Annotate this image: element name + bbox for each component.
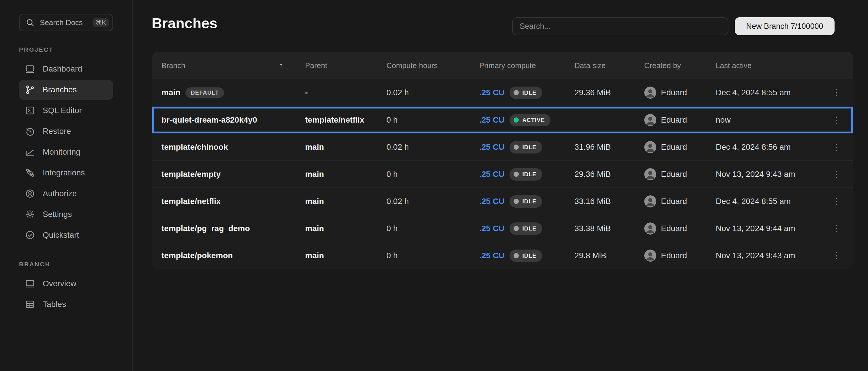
search-icon bbox=[25, 18, 35, 27]
sidebar-item-settings[interactable]: Settings bbox=[19, 204, 113, 224]
status-dot-icon bbox=[514, 145, 519, 150]
column-header-last-active[interactable]: Last active bbox=[716, 61, 819, 70]
branch-table-row[interactable]: main DEFAULT - 0.02 h .25 CU IDLE 29.36 … bbox=[152, 79, 853, 106]
compute-units: .25 CU bbox=[479, 251, 504, 260]
status-dot-icon bbox=[514, 226, 519, 231]
branch-table-row[interactable]: template/netflix main 0.02 h .25 CU IDLE… bbox=[152, 187, 853, 215]
status-label: IDLE bbox=[522, 225, 536, 232]
cell-created-by: Eduard bbox=[644, 168, 716, 180]
status-label: IDLE bbox=[522, 198, 536, 205]
avatar bbox=[644, 141, 656, 153]
column-header-compute-hours[interactable]: Compute hours bbox=[386, 61, 479, 70]
sidebar-item-sql-editor[interactable]: SQL Editor bbox=[19, 100, 113, 121]
git-branch-icon bbox=[25, 85, 35, 95]
row-menu-kebab-icon[interactable]: ⋮ bbox=[829, 140, 844, 155]
cell-parent: main bbox=[305, 143, 386, 152]
sidebar-item-quickstart[interactable]: Quickstart bbox=[19, 225, 113, 245]
compute-units: .25 CU bbox=[479, 115, 504, 125]
cell-actions: ⋮ bbox=[819, 140, 853, 155]
branch-name: template/netflix bbox=[161, 197, 221, 206]
sidebar-section-label: PROJECT bbox=[19, 46, 132, 53]
sidebar-item-label: Restore bbox=[43, 127, 71, 136]
table-icon bbox=[25, 299, 35, 310]
sidebar-item-integrations[interactable]: Integrations bbox=[19, 163, 113, 183]
sidebar: Search Docs ⌘K PROJECT Dashboard Branche… bbox=[0, 0, 133, 371]
branch-table-row[interactable]: template/empty main 0 h .25 CU IDLE 29.3… bbox=[152, 160, 853, 187]
cell-data-size: 29.36 MiB bbox=[575, 88, 644, 97]
compute-units: .25 CU bbox=[479, 169, 504, 179]
branch-table-row[interactable]: br-quiet-dream-a820k4y0 template/netflix… bbox=[152, 106, 853, 133]
branch-name: template/chinook bbox=[161, 143, 228, 152]
cell-compute-hours: 0.02 h bbox=[386, 88, 479, 97]
sidebar-item-restore[interactable]: Restore bbox=[19, 121, 113, 142]
row-menu-kebab-icon[interactable]: ⋮ bbox=[829, 167, 844, 182]
created-by-name: Eduard bbox=[661, 169, 687, 179]
user-circle-icon bbox=[25, 188, 35, 199]
page-title: Branches bbox=[152, 15, 217, 32]
sidebar-item-label: Integrations bbox=[43, 168, 85, 178]
branch-name: template/pg_rag_demo bbox=[161, 224, 250, 233]
avatar bbox=[644, 87, 656, 99]
cell-branch: template/pokemon bbox=[152, 251, 305, 260]
avatar bbox=[644, 168, 656, 180]
cell-parent: - bbox=[305, 88, 386, 97]
column-header-data-size[interactable]: Data size bbox=[575, 61, 644, 70]
status-dot-icon bbox=[514, 90, 519, 95]
sidebar-item-dashboard[interactable]: Dashboard bbox=[19, 59, 113, 79]
new-branch-button[interactable]: New Branch 7/100000 bbox=[735, 17, 835, 35]
sidebar-item-monitoring[interactable]: Monitoring bbox=[19, 142, 113, 162]
cell-last-active: Dec 4, 2024 8:55 am bbox=[716, 197, 819, 206]
row-menu-kebab-icon[interactable]: ⋮ bbox=[829, 85, 844, 100]
cell-actions: ⋮ bbox=[819, 167, 853, 182]
row-menu-kebab-icon[interactable]: ⋮ bbox=[829, 248, 844, 263]
cell-data-size: 29.36 MiB bbox=[575, 169, 644, 179]
compute-units: .25 CU bbox=[479, 88, 504, 97]
cell-primary-compute: .25 CU IDLE bbox=[479, 222, 575, 235]
row-menu-kebab-icon[interactable]: ⋮ bbox=[829, 221, 844, 236]
branch-table-row[interactable]: template/pg_rag_demo main 0 h .25 CU IDL… bbox=[152, 215, 853, 242]
sidebar-item-authorize[interactable]: Authorize bbox=[19, 184, 113, 204]
cell-parent: template/netflix bbox=[305, 115, 386, 125]
cell-primary-compute: .25 CU IDLE bbox=[479, 168, 575, 181]
created-by-name: Eduard bbox=[661, 251, 687, 260]
created-by-name: Eduard bbox=[661, 115, 687, 125]
sidebar-item-label: Settings bbox=[43, 210, 72, 219]
status-dot-icon bbox=[514, 172, 519, 177]
cell-created-by: Eduard bbox=[644, 195, 716, 208]
branch-name: template/pokemon bbox=[161, 251, 233, 260]
cell-data-size: 29.8 MiB bbox=[575, 251, 644, 260]
status-badge: IDLE bbox=[509, 141, 542, 153]
status-label: ACTIVE bbox=[522, 117, 545, 123]
check-circle-icon bbox=[25, 230, 35, 240]
avatar bbox=[644, 114, 656, 126]
column-header-primary-compute[interactable]: Primary compute bbox=[479, 61, 575, 70]
created-by-name: Eduard bbox=[661, 88, 687, 97]
row-menu-kebab-icon[interactable]: ⋮ bbox=[829, 194, 844, 209]
cell-data-size: 31.96 MiB bbox=[575, 143, 644, 152]
search-docs-button[interactable]: Search Docs ⌘K bbox=[19, 14, 113, 31]
cell-parent: main bbox=[305, 251, 386, 260]
cell-compute-hours: 0 h bbox=[386, 115, 479, 125]
row-menu-kebab-icon[interactable]: ⋮ bbox=[829, 113, 844, 127]
sidebar-item-label: Monitoring bbox=[43, 147, 81, 157]
sidebar-item-overview[interactable]: Overview bbox=[19, 274, 113, 294]
branch-table-row[interactable]: template/chinook main 0.02 h .25 CU IDLE… bbox=[152, 133, 853, 160]
column-header-parent[interactable]: Parent bbox=[305, 61, 386, 70]
sidebar-item-branches[interactable]: Branches bbox=[19, 80, 113, 100]
sort-ascending-icon[interactable]: ↑ bbox=[279, 61, 283, 70]
sidebar-item-label: Overview bbox=[43, 279, 76, 288]
sidebar-item-tables[interactable]: Tables bbox=[19, 294, 113, 314]
branches-search-input[interactable] bbox=[512, 17, 728, 35]
column-header-branch[interactable]: Branch ↑ bbox=[152, 61, 305, 70]
sidebar-item-label: Tables bbox=[43, 300, 66, 309]
nav-list: Overview Tables bbox=[0, 274, 132, 315]
cell-compute-hours: 0 h bbox=[386, 224, 479, 233]
cell-branch: template/pg_rag_demo bbox=[152, 224, 305, 233]
cell-branch: template/chinook bbox=[152, 143, 305, 152]
sidebar-item-label: SQL Editor bbox=[43, 106, 82, 115]
branch-table-row[interactable]: template/pokemon main 0 h .25 CU IDLE 29… bbox=[152, 242, 853, 269]
column-header-created-by[interactable]: Created by bbox=[644, 61, 716, 70]
cell-created-by: Eduard bbox=[644, 141, 716, 153]
sidebar-item-label: Dashboard bbox=[43, 64, 82, 73]
cell-compute-hours: 0 h bbox=[386, 169, 479, 179]
